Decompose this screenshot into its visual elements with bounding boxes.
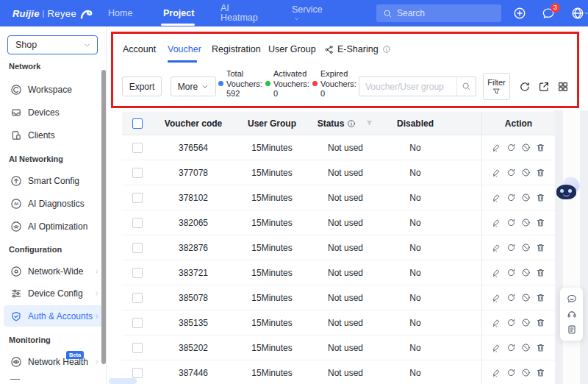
col-status[interactable]: Status xyxy=(310,118,381,129)
sidebar-item-devices[interactable]: Devices xyxy=(0,101,107,124)
renew-icon[interactable] xyxy=(506,193,516,202)
renew-icon[interactable] xyxy=(506,218,516,227)
sidebar-item-smart-config[interactable]: Smart Config xyxy=(0,169,107,192)
logo[interactable]: Ruijie | Reyee xyxy=(12,0,94,26)
row-checkbox[interactable] xyxy=(132,243,143,253)
chevron-right-icon xyxy=(93,290,101,297)
delete-icon[interactable] xyxy=(536,243,545,252)
edit-icon[interactable] xyxy=(492,293,501,302)
select-all-checkbox[interactable] xyxy=(132,118,143,129)
status-cell: Not used xyxy=(310,293,381,303)
row-checkbox[interactable] xyxy=(132,193,143,203)
sidebar-item-network-wide[interactable]: Network-Wide xyxy=(0,260,107,282)
renew-icon[interactable] xyxy=(506,293,516,302)
disable-icon[interactable] xyxy=(521,218,531,227)
sidebar-item-clients[interactable]: Clients xyxy=(0,124,107,146)
chevron-right-icon xyxy=(93,313,101,320)
disable-icon[interactable] xyxy=(521,343,531,352)
section-title: Configuration xyxy=(9,245,62,254)
delete-icon[interactable] xyxy=(536,293,545,302)
action-cell xyxy=(481,285,555,310)
sidebar-scrollbar[interactable] xyxy=(101,70,106,364)
row-checkbox[interactable] xyxy=(132,318,143,328)
edit-icon[interactable] xyxy=(492,368,501,377)
action-cell xyxy=(481,260,555,285)
ai-assistant-mascot[interactable] xyxy=(555,177,582,204)
network-health-icon xyxy=(10,356,22,368)
col-user-group[interactable]: User Group xyxy=(234,118,310,129)
renew-icon[interactable] xyxy=(506,143,516,152)
disable-icon[interactable] xyxy=(521,193,531,202)
delete-icon[interactable] xyxy=(536,368,545,377)
col-voucher-code[interactable]: Voucher code xyxy=(153,118,234,129)
delete-icon[interactable] xyxy=(536,318,545,327)
delete-icon[interactable] xyxy=(536,218,545,227)
renew-icon[interactable] xyxy=(506,343,516,352)
org-selector[interactable]: Shop xyxy=(7,35,98,54)
row-checkbox[interactable] xyxy=(132,343,143,353)
service-caret-icon xyxy=(293,15,300,22)
renew-icon[interactable] xyxy=(506,168,516,177)
nav-ai-heatmap[interactable]: AIHeatmap xyxy=(220,0,258,23)
search-icon xyxy=(383,9,392,18)
edit-icon[interactable] xyxy=(492,268,501,277)
sidebar-item-ai-diagnostics[interactable]: AIAI Diagnostics xyxy=(0,192,107,215)
renew-icon[interactable] xyxy=(506,318,516,327)
sidebar-item-device-config[interactable]: Device Config xyxy=(0,282,107,305)
sidebar-item-workspace[interactable]: Workspace xyxy=(0,78,107,101)
edit-icon[interactable] xyxy=(492,193,501,202)
disable-icon[interactable] xyxy=(521,368,531,377)
support-headset-icon[interactable] xyxy=(567,309,577,319)
disable-icon[interactable] xyxy=(521,243,531,252)
renew-icon[interactable] xyxy=(506,268,516,277)
delete-icon[interactable] xyxy=(536,343,545,352)
status-filter-icon[interactable] xyxy=(365,119,373,127)
edit-icon[interactable] xyxy=(492,343,501,352)
edit-icon[interactable] xyxy=(492,318,501,327)
nav-home[interactable]: Home xyxy=(108,0,132,26)
status-cell: Not used xyxy=(310,368,381,378)
edit-icon[interactable] xyxy=(492,243,501,252)
sidebar-item-auth-accounts[interactable]: Auth & Accounts xyxy=(0,305,107,327)
voucher-code-cell: 376564 xyxy=(153,143,234,153)
row-checkbox[interactable] xyxy=(132,368,143,378)
action-cell xyxy=(481,160,555,185)
feedback-chat-icon[interactable] xyxy=(567,294,577,304)
row-checkbox[interactable] xyxy=(132,143,143,153)
renew-icon[interactable] xyxy=(506,368,516,377)
edit-icon[interactable] xyxy=(492,168,501,177)
add-circle-icon[interactable] xyxy=(513,7,526,20)
disable-icon[interactable] xyxy=(521,318,531,327)
disable-icon[interactable] xyxy=(521,143,531,152)
user-group-cell: 15Minutes xyxy=(234,218,310,228)
delete-icon[interactable] xyxy=(536,268,545,277)
content-scrollbar-track[interactable] xyxy=(563,110,580,384)
user-group-cell: 15Minutes xyxy=(234,193,310,203)
renew-icon[interactable] xyxy=(506,243,516,252)
info-icon[interactable] xyxy=(347,119,356,128)
globe-icon[interactable] xyxy=(571,7,584,20)
disabled-cell: No xyxy=(381,143,450,153)
delete-icon[interactable] xyxy=(536,193,545,202)
delete-icon[interactable] xyxy=(536,143,545,152)
disable-icon[interactable] xyxy=(521,268,531,277)
disable-icon[interactable] xyxy=(521,293,531,302)
delete-icon[interactable] xyxy=(536,168,545,177)
global-search-input[interactable]: Search xyxy=(376,4,501,22)
nav-project[interactable]: Project xyxy=(163,0,194,26)
row-checkbox[interactable] xyxy=(132,218,143,228)
docs-icon[interactable] xyxy=(567,324,577,335)
row-checkbox[interactable] xyxy=(132,168,143,178)
disable-icon[interactable] xyxy=(521,168,531,177)
row-checkbox[interactable] xyxy=(132,268,143,278)
action-cell xyxy=(481,235,555,260)
status-cell: Not used xyxy=(310,218,381,228)
sidebar-item-network-health[interactable]: Network HealthBeta xyxy=(0,350,107,373)
status-cell: Not used xyxy=(310,143,381,153)
col-disabled[interactable]: Disabled xyxy=(381,118,450,129)
sidebar-item-ai-optimization[interactable]: AI Optimization xyxy=(0,215,107,238)
row-checkbox[interactable] xyxy=(132,293,143,303)
edit-icon[interactable] xyxy=(492,218,501,227)
voucher-code-cell: 383721 xyxy=(153,268,234,278)
edit-icon[interactable] xyxy=(492,143,501,152)
